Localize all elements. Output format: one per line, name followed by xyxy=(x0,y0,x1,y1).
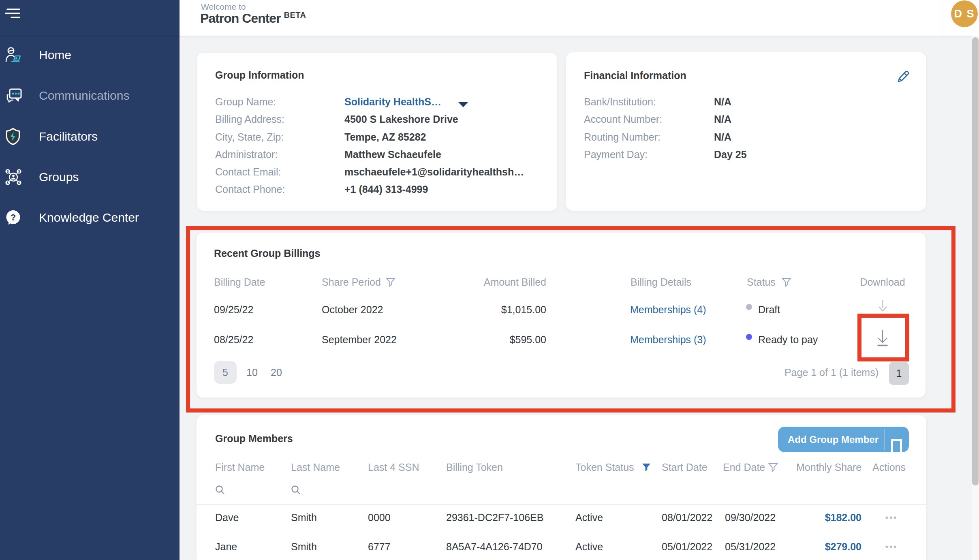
svg-text:$: $ xyxy=(6,169,9,173)
svg-text:$: $ xyxy=(18,181,20,185)
svg-text:$: $ xyxy=(18,169,20,173)
svg-text:?: ? xyxy=(11,212,16,222)
svg-text:$: $ xyxy=(6,181,9,185)
